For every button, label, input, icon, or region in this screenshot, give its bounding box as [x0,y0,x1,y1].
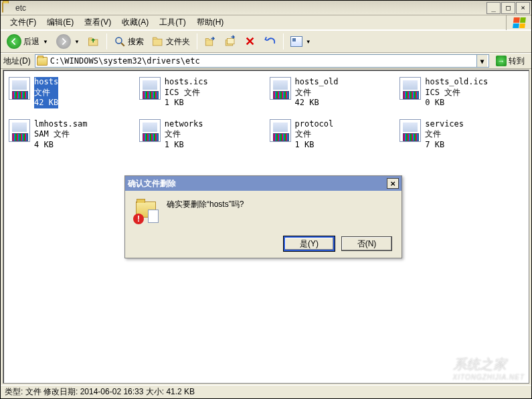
file-size: 7 KB [425,140,464,151]
dialog-message: 确实要删除“hosts”吗? [167,199,244,210]
file-item[interactable]: hosts.icsICS 文件1 KB [139,77,263,108]
file-info: hosts.icsICS 文件1 KB [165,77,208,108]
menu-view[interactable]: 查看(V) [79,15,116,29]
file-name: lmhosts.sam [34,119,87,130]
back-label: 后退 [23,36,39,48]
address-dropdown-button[interactable]: ▼ [476,55,487,67]
file-info: services文件7 KB [425,119,464,151]
go-label: 转到 [509,56,525,67]
file-name: hosts [34,77,58,88]
minimize-button[interactable]: _ [486,2,501,14]
status-text: 类型: 文件 修改日期: 2014-06-02 16:33 大小: 41.2 K… [5,386,195,398]
dialog-body: ! 确实要删除“hosts”吗? [125,191,402,231]
file-item[interactable]: hosts_old文件42 KB [270,77,393,108]
maximize-button[interactable]: □ [501,2,515,14]
watermark: 系统之家 XITONGZHIJIA.NET [453,355,525,381]
windows-logo-icon [506,15,531,30]
file-icon [270,119,291,142]
file-item[interactable]: lmhosts.samSAM 文件4 KB [9,119,132,151]
file-name: services [425,119,464,130]
file-type: 文件 [425,129,464,140]
file-item[interactable]: hosts文件42 KB [9,77,132,108]
file-type: 文件 [295,129,334,140]
file-type: SAM 文件 [34,129,87,140]
forward-button[interactable]: ▼ [53,32,83,51]
search-icon [114,35,126,48]
file-size: 42 KB [295,98,339,108]
svg-rect-6 [227,39,234,44]
file-item[interactable]: services文件7 KB [400,119,523,151]
watermark-brand: 系统之家 [453,357,507,372]
menu-file[interactable]: 文件(F) [5,15,41,29]
address-field[interactable]: C:\WINDOWS\system32\drivers\etc ▼ [35,54,489,68]
undo-button[interactable] [261,32,280,51]
status-bar: 类型: 文件 修改日期: 2014-06-02 16:33 大小: 41.2 K… [1,385,531,398]
chevron-down-icon: ▼ [43,39,48,45]
menu-favorites[interactable]: 收藏(A) [116,15,154,29]
window-title: etc [15,3,486,13]
toolbar-separator [283,33,284,50]
chevron-down-icon: ▼ [74,39,80,45]
file-info: hosts_old文件42 KB [295,77,339,108]
views-button[interactable]: ▼ [287,32,315,51]
file-info: protocol文件1 KB [295,119,334,151]
file-item[interactable]: networks文件1 KB [139,119,263,151]
undo-icon [264,35,276,48]
file-info: hosts文件42 KB [34,77,58,108]
copy-to-button[interactable] [221,32,240,51]
move-to-button[interactable] [201,32,219,51]
menu-bar: 文件(F) 编辑(E) 查看(V) 收藏(A) 工具(T) 帮助(H) [1,15,531,30]
window-controls: _ □ × [486,2,530,14]
file-item[interactable]: hosts_old.icsICS 文件0 KB [400,77,523,108]
file-name: protocol [295,119,334,130]
file-icon [400,77,421,100]
confirm-delete-dialog: 确认文件删除 ✕ ! 确实要删除“hosts”吗? 是(Y) 否(N) [124,175,402,258]
file-icon [139,119,161,142]
menu-edit[interactable]: 编辑(E) [41,15,79,29]
address-bar: 地址(D) C:\WINDOWS\system32\drivers\etc ▼ … [1,53,531,69]
file-type: 文件 [165,129,203,140]
address-label: 地址(D) [3,56,32,67]
folder-icon [37,57,48,66]
back-arrow-icon [7,34,21,49]
svg-point-1 [116,37,122,44]
file-type: ICS 文件 [425,88,488,98]
move-to-icon [204,35,216,48]
search-button[interactable]: 搜索 [110,32,147,51]
views-icon [290,36,302,47]
folder-up-icon [88,35,100,48]
no-button[interactable]: 否(N) [341,236,392,251]
file-type: ICS 文件 [165,88,208,98]
file-size: 42 KB [34,98,58,108]
go-button[interactable]: → 转到 [492,54,529,68]
watermark-url: XITONGZHIJIA.NET [453,374,525,381]
go-arrow-icon: → [496,56,507,66]
menu-tools[interactable]: 工具(T) [154,15,191,29]
delete-button[interactable]: ✕ [241,32,260,51]
up-folder-button[interactable] [84,32,103,51]
file-icon [270,77,291,100]
close-button[interactable]: × [516,2,530,14]
dialog-close-button[interactable]: ✕ [387,178,399,189]
menu-help[interactable]: 帮助(H) [191,15,230,29]
chevron-down-icon: ▼ [306,39,311,45]
file-icon [400,119,421,142]
yes-button[interactable]: 是(Y) [284,236,335,251]
file-type: 文件 [34,88,58,98]
no-label: 否(N) [357,238,377,250]
file-icon [9,77,30,100]
back-button[interactable]: 后退 ▼ [3,32,52,51]
file-item[interactable]: protocol文件1 KB [270,119,393,151]
dialog-title-bar[interactable]: 确认文件删除 ✕ [125,176,402,191]
folders-button[interactable]: 文件夹 [149,32,193,51]
forward-arrow-icon [56,34,71,49]
toolbar: 后退 ▼ ▼ 搜索 文件夹 ✕ [1,30,531,53]
file-info: hosts_old.icsICS 文件0 KB [425,77,488,108]
file-name: hosts_old.ics [425,77,488,88]
file-size: 0 KB [425,98,488,108]
file-icon [9,119,30,142]
folders-label: 文件夹 [166,36,190,48]
folders-icon [152,35,164,48]
svg-line-2 [121,43,124,46]
file-info: networks文件1 KB [165,119,203,151]
